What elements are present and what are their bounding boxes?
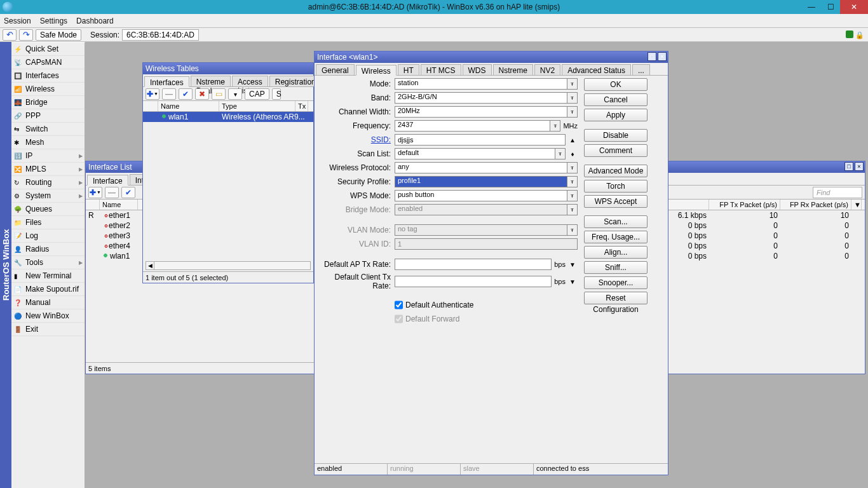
dropdown-icon[interactable]: Ŧ [550,120,560,132]
enable-button[interactable] [179,88,193,100]
sidebar-item-mpls[interactable]: 🔀MPLS▶ [11,163,85,176]
remove-button[interactable] [105,187,119,198]
add-button[interactable]: ▼ [146,88,159,100]
redo-button[interactable] [19,29,33,41]
table-row[interactable]: 0 bps00 [668,241,865,251]
sidebar-item-mesh[interactable]: ✱Mesh [11,136,85,149]
more-button[interactable]: S [272,88,281,100]
remove-button[interactable] [162,88,176,100]
frequency-select[interactable]: 2437 [395,120,550,132]
safe-mode-button[interactable]: Safe Mode [36,29,81,41]
sidebar-item-bridge[interactable]: 🌉Bridge [11,96,85,109]
enable-button[interactable] [121,187,135,198]
window-maximize-icon[interactable]: □ [844,162,853,171]
dropdown-icon[interactable]: Ŧ [567,78,578,90]
default-authenticate-checkbox[interactable] [395,299,403,311]
sidebar-item-ppp[interactable]: 🔗PPP [11,109,85,123]
wireless-tables-window[interactable]: Wireless Tables Interfaces Nstreme Dual … [142,62,314,283]
advanced-mode-button[interactable]: Advanced Mode [584,165,648,177]
wps-mode-select[interactable]: push button [395,190,567,201]
wireless-tables-title[interactable]: Wireless Tables [143,63,313,74]
ok-button[interactable]: OK [584,78,648,91]
tab--[interactable]: ... [632,64,650,75]
dropdown-icon[interactable]: Ŧ [567,162,578,173]
tab-access-list[interactable]: Access List [232,76,268,86]
table-row[interactable]: 0 bps00 [668,231,865,241]
sidebar-item-exit[interactable]: 🚪Exit [11,323,85,336]
window-maximize-button[interactable]: ☐ [821,0,840,14]
sidebar-item-routing[interactable]: ↻Routing▶ [11,176,85,189]
security-profile-select[interactable]: profile1 [395,176,567,187]
menu-session[interactable]: Session [4,17,31,25]
sidebar-item-make-supout-rif[interactable]: 📄Make Supout.rif [11,283,85,296]
cancel-button[interactable]: Cancel [584,93,648,106]
sidebar-item-quick-set[interactable]: ⚡Quick Set [11,43,85,56]
tab-advanced-status[interactable]: Advanced Status [562,64,631,75]
table-row[interactable]: wlan1 Wireless (Atheros AR9... [143,112,313,122]
sidebar-item-queues[interactable]: 🌳Queues [11,203,85,216]
table-row[interactable]: 0 bps00 [668,220,865,231]
scan-button[interactable]: Scan... [584,215,648,228]
table-row[interactable]: 0 bps00 [668,251,865,261]
comment-button[interactable]: Comment [584,144,648,157]
window-close-icon[interactable]: × [855,162,864,171]
snooper-button[interactable]: Snooper... [584,276,648,289]
dropdown-icon[interactable]: Ŧ [567,92,578,104]
tab-nstreme[interactable]: Nstreme [493,64,533,75]
interface-dialog[interactable]: Interface <wlan1> □× GeneralWirelessHTHT… [314,51,668,475]
add-button[interactable]: ▼ [88,187,102,198]
comment-button[interactable] [212,88,226,100]
dropdown-icon[interactable]: Ŧ [567,176,578,187]
disable-button[interactable]: Disable [584,129,648,142]
table-row[interactable]: 6.1 kbps1010 [668,210,865,220]
sniff-button[interactable]: Sniff... [584,261,648,274]
scan-list-select[interactable]: default [395,148,555,159]
tab-interfaces[interactable]: Interfaces [144,76,189,87]
disable-button[interactable] [195,88,209,100]
expand-icon[interactable]: ▲ [567,135,578,145]
window-close-button[interactable]: ✕ [840,0,868,14]
tab-nv2[interactable]: NV2 [534,64,560,75]
dropdown-icon[interactable]: Ŧ [567,106,578,118]
tab-ht[interactable]: HT [398,64,419,75]
sidebar-item-ip[interactable]: 🔢IP▶ [11,149,85,163]
sidebar-item-interfaces[interactable]: 🔲Interfaces [11,69,85,83]
expand-icon[interactable]: ♦ [567,149,578,159]
default-ap-tx-input[interactable] [395,259,552,270]
sidebar-item-tools[interactable]: 🔧Tools▶ [11,256,85,269]
col-name[interactable]: Name [158,101,219,111]
expand-icon[interactable]: ▼ [567,259,578,269]
filter-button[interactable] [228,88,242,100]
tab-interface[interactable]: Interface [87,175,128,186]
cap-button[interactable]: CAP [245,88,269,100]
tab-wireless[interactable]: Wireless [356,65,397,76]
menu-dashboard[interactable]: Dashboard [76,17,114,25]
apply-button[interactable]: Apply [584,109,648,121]
interface-dialog-title[interactable]: Interface <wlan1> □× [315,51,668,63]
tab-ht-mcs[interactable]: HT MCS [421,64,461,75]
dropdown-icon[interactable]: Ŧ [567,190,578,201]
undo-button[interactable] [3,29,17,41]
torch-button[interactable]: Torch [584,180,648,193]
window-maximize-icon[interactable]: □ [648,52,656,61]
dropdown-icon[interactable]: Ŧ [567,204,578,215]
col-fp-rx[interactable]: FP Rx Packet (p/s) [780,200,851,210]
reset-configuration-button[interactable]: Reset Configuration [584,292,648,304]
find-input[interactable]: Find [813,187,862,198]
window-close-icon[interactable]: × [658,52,667,61]
col-dropdown[interactable]: ▼ [851,200,862,210]
wireless-protocol-select[interactable]: any [395,162,567,173]
sidebar-item-files[interactable]: 📁Files [11,216,85,229]
align-button[interactable]: Align... [584,246,648,259]
freq-usage-button[interactable]: Freq. Usage... [584,231,648,243]
scroll-left-button[interactable]: ◀ [146,261,154,270]
sidebar-item-new-terminal[interactable]: ▮New Terminal [11,269,85,283]
mode-select[interactable]: station [395,78,567,90]
sidebar-item-switch[interactable]: ⇆Switch [11,123,85,136]
col-tx[interactable]: Tx [295,101,308,111]
sidebar-item-capsman[interactable]: 📡CAPsMAN [11,56,85,69]
wps-accept-button[interactable]: WPS Accept [584,195,648,208]
sidebar-item-wireless[interactable]: 📶Wireless [11,83,85,96]
sidebar-item-manual[interactable]: ❓Manual [11,296,85,309]
expand-icon[interactable]: ▼ [567,276,578,287]
